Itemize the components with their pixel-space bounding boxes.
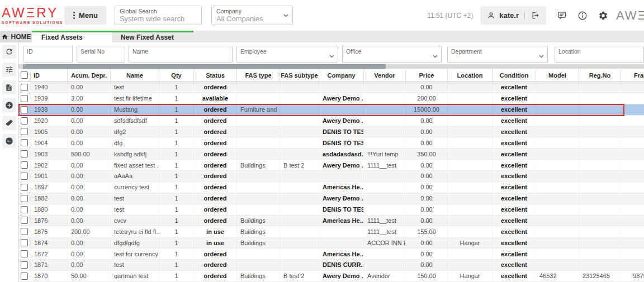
column-header-location[interactable]: Location (447, 69, 492, 82)
cell-condition: excellent (492, 104, 536, 115)
app-window: AWΞRY SOFTWARE SOLUTIONS Menu Global Sea… (0, 0, 644, 282)
column-header-condition[interactable]: Condition (492, 69, 536, 82)
table-row[interactable]: 19050.00dfg21orderedDENIS TO TEST0.00exc… (18, 127, 644, 138)
table-row[interactable]: 19020.00fixed asset test ...1orderedBuil… (18, 160, 644, 171)
row-checkbox[interactable] (21, 84, 28, 91)
global-search-input[interactable]: Global Search System wide search (115, 6, 202, 25)
row-checkbox-cell (18, 171, 30, 181)
filter-name-input[interactable]: Name (129, 46, 233, 63)
cell-vendor (363, 193, 405, 204)
filter-department-select[interactable]: Department (447, 46, 548, 63)
cell-id: 1882 (30, 193, 67, 204)
row-checkbox[interactable] (21, 139, 28, 146)
cell-frame (621, 149, 644, 159)
cell-vendor: 1111__test (363, 226, 405, 237)
row-checkbox[interactable] (21, 217, 28, 224)
row-checkbox[interactable] (21, 261, 28, 269)
column-header-acum_depr[interactable]: Acum. Depr. (67, 69, 110, 82)
cell-price: 0.00 (405, 116, 447, 126)
table-row[interactable]: 19040.00dfg1orderedDENIS TO TEST0.00exce… (18, 137, 644, 149)
document-button[interactable] (2, 80, 16, 94)
username-text: kate.r (499, 11, 519, 20)
row-checkbox[interactable] (21, 95, 28, 102)
column-header-frame[interactable]: Frame (621, 69, 644, 82)
table-row[interactable]: 18800.00test1orderedDENIS TO TEST0.00exc… (18, 204, 644, 216)
feedback-icon[interactable] (557, 11, 567, 20)
table-row[interactable]: 1875200.00tetetryru ei fld fl...1in useB… (18, 226, 644, 237)
filter-id-input[interactable]: ID (23, 46, 73, 63)
filter-office-select[interactable]: Office (342, 46, 442, 63)
menu-button[interactable]: Menu (64, 6, 106, 25)
cell-acum_depr: 0.00 (67, 82, 110, 93)
column-header-reg_no[interactable]: Reg.No (579, 69, 621, 82)
table-row[interactable]: 18970.00currency test1orderedAmericas He… (18, 182, 644, 193)
column-header-name[interactable]: Name (110, 69, 159, 82)
table-row[interactable]: 18710.00test1orderedDENIS CURR...0.00exc… (18, 260, 644, 271)
row-checkbox[interactable] (21, 250, 28, 257)
table-row[interactable]: 18760.00cvcv1orderedBuildingsAmericas He… (18, 216, 644, 227)
select-all-checkbox[interactable] (21, 71, 28, 79)
column-header-model[interactable]: Model (536, 69, 579, 82)
refresh-button[interactable] (2, 45, 16, 59)
add-record-button[interactable] (2, 98, 16, 112)
table-row[interactable]: 18740.00dfgdfgdfg1in useBuildingsACCOR I… (18, 237, 644, 248)
table-row[interactable]: 19200.00sdfsdfsdfsdf1orderedAwery Demo .… (18, 116, 644, 127)
filter-location-input[interactable]: Location (555, 46, 644, 63)
cell-status: ordered (193, 82, 236, 93)
cell-model (536, 137, 579, 148)
table-row[interactable]: 19400.00test1ordered0.00excellent (18, 82, 644, 93)
filter-settings-button[interactable] (2, 63, 16, 77)
row-checkbox[interactable] (21, 239, 28, 246)
cell-qty: 1 (159, 116, 193, 126)
column-header-label: Qty (171, 72, 181, 79)
row-checkbox[interactable] (21, 161, 28, 169)
row-checkbox[interactable] (21, 184, 28, 191)
cell-fas_type (236, 116, 280, 126)
column-header-label: ID (34, 72, 40, 79)
row-checkbox[interactable] (21, 106, 28, 113)
row-checkbox[interactable] (21, 150, 28, 157)
cell-condition: excellent (492, 149, 536, 159)
tab-new-fixed-asset[interactable]: New Fixed Asset (112, 31, 193, 42)
table-row[interactable]: 18820.00test1orderedAwery Demo ...0.00ex… (18, 193, 644, 204)
column-header-company[interactable]: Company (319, 69, 363, 82)
settings-gear-icon[interactable] (598, 11, 608, 21)
info-icon[interactable] (577, 11, 588, 21)
column-header-status[interactable]: Status (193, 69, 236, 82)
row-checkbox[interactable] (21, 228, 28, 235)
row-checkbox[interactable] (21, 195, 28, 202)
user-chip[interactable]: kate.r (480, 6, 546, 25)
tab-home[interactable]: HOME (0, 31, 32, 42)
column-header-price[interactable]: Price (405, 69, 447, 82)
column-header-id[interactable]: ID (30, 69, 67, 82)
row-checkbox[interactable] (21, 206, 28, 213)
eraser-button[interactable] (2, 116, 16, 130)
column-header-vendor[interactable]: Vendor (363, 69, 405, 82)
table-row[interactable]: 18720.00test for currency1orderedAmerica… (18, 248, 644, 260)
cell-price: 155.00 (405, 226, 447, 237)
horizontal-scrollbar-thumb[interactable] (23, 64, 386, 69)
column-header-fas_subtype[interactable]: FAS subtype (280, 69, 319, 82)
table-row[interactable]: 19010.00aAaAa1ordered0.00excellent (18, 171, 644, 182)
tab-fixed-assets[interactable]: Fixed Assets (32, 31, 112, 42)
cell-id: 1880 (30, 204, 67, 215)
filter-employee-select[interactable]: Employee (236, 46, 338, 63)
row-checkbox[interactable] (21, 273, 28, 280)
horizontal-scrollbar[interactable] (18, 64, 644, 69)
column-header-qty[interactable]: Qty (159, 69, 193, 82)
remove-record-button[interactable] (2, 134, 16, 148)
cell-condition: excellent (492, 260, 536, 270)
cell-location (447, 260, 492, 270)
logout-icon[interactable] (531, 11, 539, 20)
company-select[interactable]: Company All Companies (211, 6, 293, 25)
table-row[interactable]: 187050.00gartman test1orderedBuildingsB … (18, 271, 644, 282)
filter-serial-no-input[interactable]: Serial No (77, 46, 125, 63)
row-checkbox[interactable] (21, 173, 28, 180)
table-row[interactable]: 1903500.00kshdfg sdkfj1orderedasdadasdas… (18, 149, 644, 160)
select-all-header-cell (18, 69, 30, 82)
row-checkbox[interactable] (21, 117, 28, 125)
table-row[interactable]: 19380.00Mustang1orderedFurniture and ...… (18, 104, 644, 116)
table-row[interactable]: 19393.00test fir lifetime1availableAwery… (18, 93, 644, 104)
column-header-fas_type[interactable]: FAS type (236, 69, 280, 82)
row-checkbox[interactable] (21, 128, 28, 135)
